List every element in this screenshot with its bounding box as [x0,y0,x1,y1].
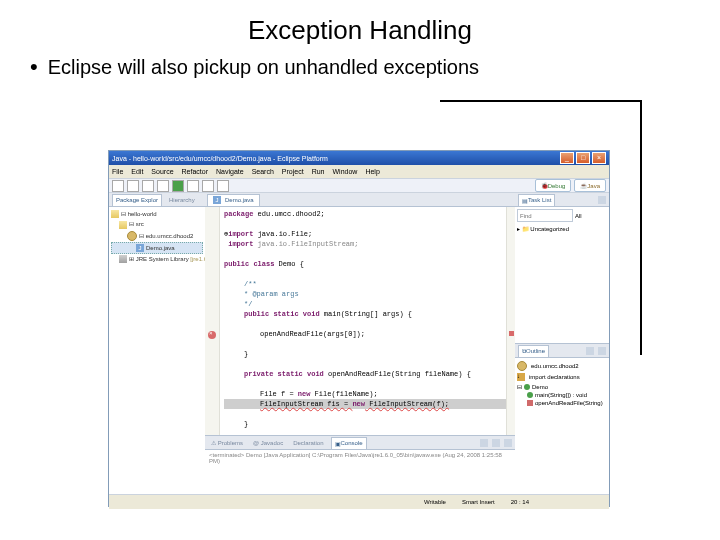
editor-tab-demo[interactable]: JDemo.java [207,194,260,206]
editor-gutter [205,207,220,435]
bullet-item: Eclipse will also pickup on unhandled ex… [30,54,690,80]
menu-navigate[interactable]: Navigate [216,168,244,175]
menu-run[interactable]: Run [312,168,325,175]
pointer-line [440,100,642,355]
outline-imports: ↓import declarations [517,372,607,382]
error-marker-icon [208,331,216,339]
print-icon[interactable] [142,180,154,192]
menu-help[interactable]: Help [365,168,379,175]
outline-class: ⊟ Demo [517,382,607,391]
outline-fn: openAndReadFile(String) [517,399,607,407]
menu-source[interactable]: Source [151,168,173,175]
menu-project[interactable]: Project [282,168,304,175]
console-clear-icon[interactable] [492,439,500,447]
tab-console[interactable]: ▣ Console [331,437,367,449]
menu-refactor[interactable]: Refactor [182,168,208,175]
tab-package-explorer[interactable]: Package Explor [112,194,162,206]
new-pkg-icon[interactable] [187,180,199,192]
debug-icon[interactable] [157,180,169,192]
tab-declaration[interactable]: Declaration [290,440,326,446]
left-view-tabs: Package Explor Hierarchy [109,193,205,207]
search-icon[interactable] [217,180,229,192]
tab-javadoc[interactable]: @ Javadoc [250,440,286,446]
tab-problems[interactable]: ⚠ Problems [208,439,246,446]
console-scroll-icon[interactable] [504,439,512,447]
status-bar: Writable Smart Insert 20 : 14 [109,494,609,509]
menu-search[interactable]: Search [252,168,274,175]
menu-window[interactable]: Window [332,168,357,175]
src-node: ⊟ src [111,219,203,229]
outline-pkg: edu.umcc.dhood2 [517,360,607,372]
pkg-node: ⊟ edu.umcc.dhood2 [111,230,203,242]
bottom-tabs: ⚠ Problems @ Javadoc Declaration ▣ Conso… [205,436,515,450]
console-pin-icon[interactable] [480,439,488,447]
error-line: FileInputStream fis = new FileInputStrea… [224,399,515,409]
tab-hierarchy[interactable]: Hierarchy [166,197,198,203]
jre-node: ⊞ JRE System Library [jre1.6.0_0] [111,254,203,264]
new-icon[interactable] [112,180,124,192]
status-position: 20 : 14 [511,499,529,505]
status-writable: Writable [424,499,446,505]
file-node: JDemo.java [111,242,203,254]
outline-main: main(String[]) : void [517,391,607,399]
outline-panel[interactable]: edu.umcc.dhood2 ↓import declarations ⊟ D… [515,358,609,494]
new-class-icon[interactable] [202,180,214,192]
menu-edit[interactable]: Edit [131,168,143,175]
run-icon[interactable] [172,180,184,192]
project-node: ⊟ hello-world [111,209,203,219]
console-body[interactable]: <terminated> Demo [Java Application] C:\… [205,450,515,494]
menu-file[interactable]: File [112,168,123,175]
slide-title: Exception Handling [30,15,690,46]
status-insert: Smart Insert [462,499,495,505]
save-icon[interactable] [127,180,139,192]
package-explorer-tree[interactable]: ⊟ hello-world ⊟ src ⊟ edu.umcc.dhood2 JD… [109,207,205,494]
